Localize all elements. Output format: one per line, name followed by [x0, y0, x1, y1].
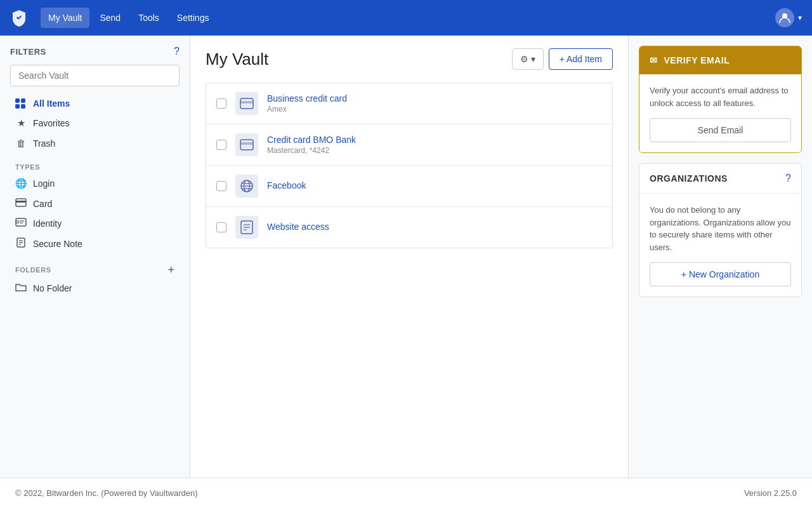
- item-name[interactable]: Business credit card: [267, 93, 602, 104]
- sidebar-item-label: No Folder: [33, 283, 72, 293]
- item-checkbox[interactable]: [216, 140, 226, 150]
- note-type-icon: [235, 216, 258, 239]
- table-row: Credit card BMO Bank Mastercard, *4242: [206, 124, 612, 166]
- nav-my-vault[interactable]: My Vault: [41, 8, 89, 28]
- table-row: Business credit card Amex: [206, 83, 612, 124]
- folder-icon: [15, 283, 27, 294]
- chevron-down-icon: ▾: [531, 54, 535, 64]
- sidebar-item-login[interactable]: 🌐 Login: [10, 173, 180, 194]
- verify-email-header: ✉ VERIFY EMAIL: [639, 46, 801, 74]
- nav-settings[interactable]: Settings: [169, 8, 217, 28]
- envelope-icon: ✉: [650, 55, 658, 65]
- sidebar-item-label: Secure Note: [33, 239, 82, 249]
- item-checkbox[interactable]: [216, 181, 226, 191]
- sidebar-item-label: All Items: [33, 98, 70, 109]
- card-type-icon: [235, 92, 258, 115]
- vault-list: Business credit card Amex Credit card BM…: [206, 83, 613, 248]
- avatar: [775, 8, 794, 27]
- header-actions: ⚙ ▾ + Add Item: [512, 48, 613, 70]
- top-nav: My Vault Send Tools Settings ▾: [0, 0, 812, 36]
- svg-rect-14: [240, 142, 253, 145]
- chevron-down-icon: ▾: [798, 13, 802, 22]
- item-sub: Amex: [267, 105, 602, 114]
- trash-icon: 🗑: [15, 138, 27, 149]
- star-icon: ★: [15, 117, 27, 129]
- folders-title: FOLDERS: [15, 266, 51, 274]
- user-menu[interactable]: ▾: [775, 8, 802, 27]
- sidebar-item-favorites[interactable]: ★ Favorites: [10, 113, 180, 133]
- orgs-title: ORGANIZATIONS: [650, 173, 728, 184]
- item-name[interactable]: Facebook: [267, 180, 602, 190]
- svg-point-6: [16, 221, 19, 224]
- gear-icon: ⚙: [520, 54, 528, 64]
- copyright-text: © 2022, Bitwarden Inc. (Powered by Vault…: [15, 488, 198, 498]
- item-info: Facebook: [267, 180, 602, 192]
- types-section: 🌐 Login Card: [10, 173, 180, 254]
- item-name[interactable]: Credit card BMO Bank: [267, 135, 602, 145]
- grid-icon: [15, 98, 27, 109]
- item-checkbox[interactable]: [216, 98, 226, 109]
- table-row: Facebook: [206, 166, 612, 207]
- sidebar-item-identity[interactable]: Identity: [10, 213, 180, 233]
- globe-type-icon: [235, 175, 258, 197]
- verify-email-title: VERIFY EMAIL: [664, 55, 730, 65]
- verify-email-text: Verify your account's email address to u…: [650, 84, 791, 109]
- item-sub: Mastercard, *4242: [267, 146, 602, 155]
- nav-tools[interactable]: Tools: [131, 8, 167, 28]
- add-folder-button[interactable]: +: [167, 264, 174, 276]
- sidebar-item-trash[interactable]: 🗑 Trash: [10, 133, 180, 153]
- item-name[interactable]: Website access: [267, 222, 602, 232]
- note-icon: [15, 237, 27, 250]
- sidebar-item-label: Identity: [33, 218, 62, 229]
- sidebar-item-no-folder[interactable]: No Folder: [10, 278, 180, 298]
- types-section-label: TYPES: [10, 157, 180, 173]
- orgs-header: ORGANIZATIONS ?: [639, 164, 801, 194]
- verify-email-body: Verify your account's email address to u…: [639, 74, 801, 152]
- orgs-description: You do not belong to any organizations. …: [650, 204, 791, 253]
- settings-button[interactable]: ⚙ ▾: [512, 48, 544, 70]
- sidebar-item-label: Card: [33, 199, 52, 209]
- orgs-help-icon[interactable]: ?: [785, 173, 791, 184]
- sidebar-item-all-items[interactable]: All Items: [10, 94, 180, 113]
- svg-rect-2: [16, 201, 26, 203]
- card-type-icon: [235, 133, 258, 156]
- identity-icon: [15, 218, 27, 229]
- page-title: My Vault: [206, 50, 268, 69]
- item-info: Website access: [267, 222, 602, 233]
- organizations-card: ORGANIZATIONS ? You do not belong to any…: [639, 163, 802, 297]
- orgs-body: You do not belong to any organizations. …: [639, 194, 801, 297]
- filters-header: FILTERS ?: [10, 46, 180, 57]
- verify-email-card: ✉ VERIFY EMAIL Verify your account's ema…: [639, 46, 802, 153]
- svg-rect-3: [16, 218, 26, 226]
- footer: © 2022, Bitwarden Inc. (Powered by Vault…: [0, 478, 812, 508]
- table-row: Website access: [206, 207, 612, 248]
- sidebar-item-label: Favorites: [33, 118, 70, 128]
- sidebar-item-label: Trash: [33, 138, 55, 149]
- globe-icon: 🌐: [15, 178, 27, 189]
- sidebar: FILTERS ? All Items ★ Favorites: [0, 36, 190, 478]
- card-icon: [15, 198, 27, 209]
- version-text: Version 2.25.0: [744, 488, 797, 498]
- right-panel: ✉ VERIFY EMAIL Verify your account's ema…: [628, 36, 812, 478]
- nav-section-main: All Items ★ Favorites 🗑 Trash: [10, 94, 180, 153]
- help-icon[interactable]: ?: [174, 46, 180, 57]
- nav-links: My Vault Send Tools Settings: [41, 8, 775, 28]
- add-item-button[interactable]: + Add Item: [549, 48, 613, 70]
- item-info: Credit card BMO Bank Mastercard, *4242: [267, 135, 602, 155]
- sidebar-item-label: Login: [33, 178, 55, 189]
- logo[interactable]: [10, 9, 28, 27]
- main-layout: FILTERS ? All Items ★ Favorites: [0, 36, 812, 478]
- nav-send[interactable]: Send: [92, 8, 128, 28]
- item-info: Business credit card Amex: [267, 93, 602, 114]
- content-header: My Vault ⚙ ▾ + Add Item: [206, 48, 613, 70]
- item-checkbox[interactable]: [216, 222, 226, 232]
- filters-title: FILTERS: [10, 47, 46, 57]
- folders-header: FOLDERS +: [10, 258, 180, 278]
- send-email-button[interactable]: Send Email: [650, 118, 791, 142]
- vault-content: My Vault ⚙ ▾ + Add Item: [190, 36, 628, 478]
- svg-rect-12: [240, 101, 253, 104]
- new-organization-button[interactable]: + New Organization: [650, 262, 791, 286]
- sidebar-item-card[interactable]: Card: [10, 194, 180, 213]
- sidebar-item-secure-note[interactable]: Secure Note: [10, 233, 180, 254]
- search-input[interactable]: [10, 65, 180, 86]
